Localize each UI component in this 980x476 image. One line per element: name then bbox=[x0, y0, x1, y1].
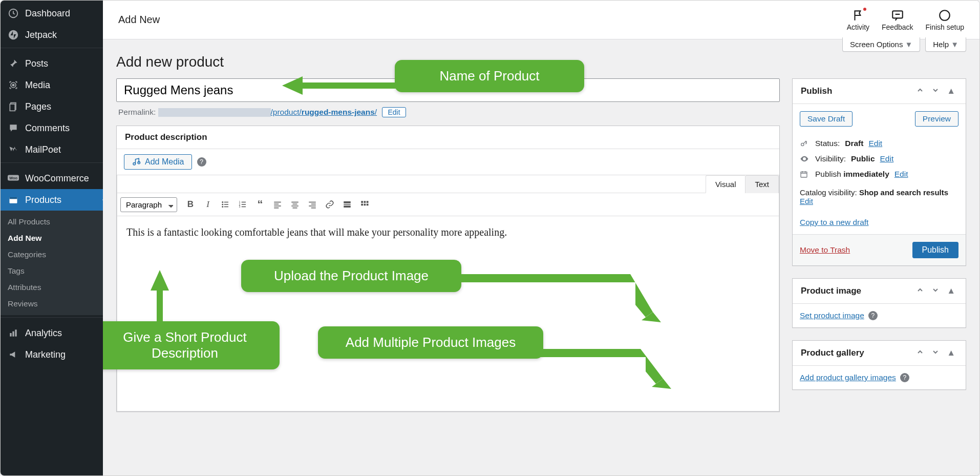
chevron-up-icon[interactable] bbox=[914, 285, 926, 297]
svg-rect-30 bbox=[274, 204, 279, 205]
help-icon[interactable]: ? bbox=[197, 157, 206, 167]
set-product-image-link[interactable]: Set product image bbox=[800, 311, 864, 320]
schedule-edit-link[interactable]: Edit bbox=[894, 170, 908, 179]
screen-options-button[interactable]: Screen Options▼ bbox=[842, 37, 920, 52]
svg-text:3: 3 bbox=[239, 205, 241, 208]
chevron-down-icon[interactable] bbox=[929, 85, 942, 97]
svg-rect-33 bbox=[291, 202, 299, 203]
save-draft-button[interactable]: Save Draft bbox=[800, 111, 853, 127]
circle-icon bbox=[938, 9, 951, 22]
svg-rect-42 bbox=[344, 204, 351, 205]
topbar-finish-setup[interactable]: Finish setup bbox=[926, 9, 964, 31]
sidebar-item-marketing[interactable]: Marketing bbox=[1, 344, 103, 365]
sidebar-item-comments[interactable]: Comments bbox=[1, 117, 103, 139]
toolbar-toggle-button[interactable] bbox=[356, 196, 373, 213]
italic-button[interactable]: I bbox=[200, 196, 216, 213]
editor-tab-visual[interactable]: Visual bbox=[706, 175, 745, 193]
collapse-icon[interactable]: ▲ bbox=[945, 347, 957, 359]
sidebar-item-products[interactable]: Products bbox=[1, 189, 103, 211]
svg-rect-37 bbox=[309, 202, 316, 203]
svg-rect-36 bbox=[293, 208, 297, 209]
svg-marker-53 bbox=[151, 270, 169, 326]
bullet-list-button[interactable] bbox=[217, 196, 233, 213]
readmore-button[interactable] bbox=[339, 196, 355, 213]
media-icon bbox=[8, 79, 19, 91]
publish-button[interactable]: Publish bbox=[912, 242, 958, 258]
topbar-action-label: Activity bbox=[847, 23, 869, 31]
svg-point-19 bbox=[222, 204, 223, 205]
align-right-button[interactable] bbox=[304, 196, 321, 213]
sidebar-item-woocommerce[interactable]: Woo WooCommerce bbox=[1, 168, 103, 189]
chevron-down-icon[interactable] bbox=[929, 285, 942, 297]
topbar-action-label: Finish setup bbox=[926, 23, 964, 31]
svg-rect-38 bbox=[311, 204, 316, 205]
eye-icon bbox=[800, 154, 810, 163]
sidebar-sub-reviews[interactable]: Reviews bbox=[1, 296, 103, 312]
add-gallery-images-link[interactable]: Add product gallery images bbox=[800, 373, 896, 382]
sidebar-item-label: Comments bbox=[25, 123, 70, 134]
align-center-button[interactable] bbox=[287, 196, 303, 213]
topbar-activity[interactable]: Activity bbox=[847, 9, 869, 31]
collapse-icon[interactable]: ▲ bbox=[945, 85, 957, 97]
editor-content[interactable]: This is a fantastic looking comfortable … bbox=[117, 216, 779, 411]
copy-draft-link[interactable]: Copy to a new draft bbox=[800, 218, 868, 226]
sidebar-item-mailpoet[interactable]: MailPoet bbox=[1, 139, 103, 160]
numbered-list-button[interactable]: 123 bbox=[235, 196, 251, 213]
sidebar-item-media[interactable]: Media bbox=[1, 74, 103, 96]
add-media-button[interactable]: Add Media bbox=[124, 154, 192, 170]
sidebar-item-posts[interactable]: Posts bbox=[1, 53, 103, 74]
align-left-button[interactable] bbox=[269, 196, 286, 213]
help-button[interactable]: Help▼ bbox=[925, 37, 966, 52]
help-icon[interactable]: ? bbox=[900, 373, 909, 382]
chevron-down-icon[interactable] bbox=[929, 347, 942, 359]
permalink-row: Permalink: /product/rugged-mens-jeans/ E… bbox=[116, 102, 780, 126]
visibility-edit-link[interactable]: Edit bbox=[880, 154, 894, 163]
sidebar-item-label: Dashboard bbox=[25, 8, 70, 19]
sidebar-sub-attributes[interactable]: Attributes bbox=[1, 279, 103, 296]
sidebar-sub-tags[interactable]: Tags bbox=[1, 263, 103, 279]
catalog-edit-link[interactable]: Edit bbox=[800, 197, 813, 205]
sidebar-item-pages[interactable]: Pages bbox=[1, 96, 103, 117]
svg-rect-18 bbox=[224, 202, 228, 203]
help-icon[interactable]: ? bbox=[868, 311, 878, 320]
music-icon bbox=[132, 157, 141, 167]
move-to-trash-link[interactable]: Move to Trash bbox=[800, 245, 850, 255]
mailpoet-icon bbox=[8, 144, 19, 155]
comments-icon bbox=[8, 122, 19, 134]
sidebar-item-label: Jetpack bbox=[25, 30, 57, 40]
sidebar-sub-categories[interactable]: Categories bbox=[1, 246, 103, 263]
svg-point-14 bbox=[940, 10, 950, 20]
analytics-icon bbox=[8, 327, 19, 339]
permalink-link[interactable]: /product/rugged-mens-jeans/ bbox=[271, 108, 377, 116]
sidebar-item-analytics[interactable]: Analytics bbox=[1, 322, 103, 344]
chat-icon bbox=[891, 9, 904, 22]
quote-button[interactable]: “ bbox=[252, 196, 268, 213]
svg-rect-43 bbox=[344, 205, 351, 208]
svg-rect-28 bbox=[242, 206, 246, 208]
topbar-feedback[interactable]: Feedback bbox=[882, 9, 913, 31]
svg-rect-41 bbox=[344, 201, 351, 203]
bold-button[interactable]: B bbox=[182, 196, 199, 213]
collapse-icon[interactable]: ▲ bbox=[945, 285, 957, 297]
chevron-up-icon[interactable] bbox=[914, 347, 926, 359]
sidebar-sub-all-products[interactable]: All Products bbox=[1, 214, 103, 230]
sidebar-sub-add-new[interactable]: Add New bbox=[1, 230, 103, 246]
jetpack-icon bbox=[8, 29, 19, 40]
svg-rect-32 bbox=[274, 208, 279, 209]
permalink-edit-button[interactable]: Edit bbox=[382, 107, 406, 117]
sidebar-item-jetpack[interactable]: Jetpack bbox=[1, 24, 103, 46]
sidebar-item-dashboard[interactable]: Dashboard bbox=[1, 3, 103, 24]
sidebar-item-label: Analytics bbox=[25, 328, 62, 339]
svg-rect-29 bbox=[274, 202, 281, 203]
svg-rect-49 bbox=[367, 204, 369, 206]
svg-rect-11 bbox=[12, 332, 14, 337]
status-edit-link[interactable]: Edit bbox=[868, 139, 882, 148]
paragraph-select[interactable]: Paragraph bbox=[120, 197, 177, 212]
link-button[interactable] bbox=[322, 196, 338, 213]
preview-button[interactable]: Preview bbox=[915, 111, 958, 127]
svg-rect-9 bbox=[10, 197, 17, 199]
chevron-up-icon[interactable] bbox=[914, 85, 926, 97]
box-title: Product image bbox=[801, 286, 861, 296]
editor-tab-text[interactable]: Text bbox=[745, 175, 779, 193]
dashboard-icon bbox=[8, 8, 19, 19]
